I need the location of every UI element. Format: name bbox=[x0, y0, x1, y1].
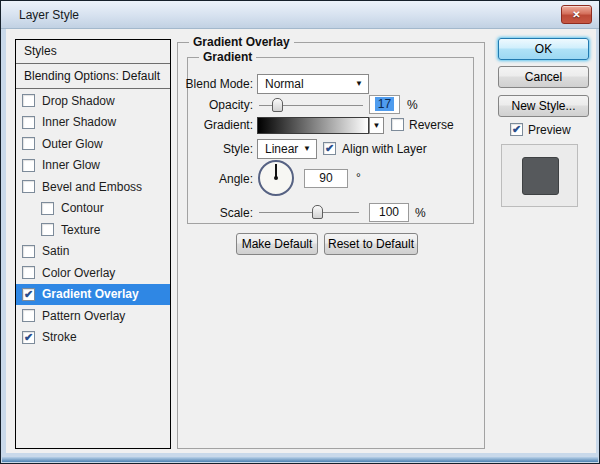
sidebar-item-texture[interactable]: Texture bbox=[16, 219, 170, 241]
sidebar-item-inner-glow[interactable]: Inner Glow bbox=[16, 155, 170, 177]
sidebar-item-bevel-and-emboss[interactable]: Bevel and Emboss bbox=[16, 176, 170, 198]
scale-input[interactable]: 100 bbox=[369, 203, 409, 222]
angle-dial[interactable] bbox=[258, 160, 294, 196]
sidebar-item-label: Inner Shadow bbox=[42, 115, 116, 129]
preview-swatch bbox=[501, 144, 578, 207]
gradient-label: Gradient: bbox=[181, 115, 253, 135]
blend-mode-label: Blend Mode: bbox=[181, 74, 253, 94]
gradient-picker-button[interactable]: ▼ bbox=[369, 117, 384, 134]
chevron-down-icon: ▼ bbox=[373, 121, 381, 130]
angle-label: Angle: bbox=[181, 169, 253, 189]
scale-unit: % bbox=[415, 205, 426, 221]
sidebar-item-label: Gradient Overlay bbox=[42, 287, 139, 301]
sidebar-item-label: Color Overlay bbox=[42, 266, 115, 280]
sidebar-item-stroke[interactable]: ✔Stroke bbox=[16, 327, 170, 349]
layer-style-dialog: Layer Style ✕ Styles Blending Options: D… bbox=[0, 0, 600, 464]
panel-legend: Gradient Overlay bbox=[189, 35, 294, 49]
preview-swatch-layer bbox=[522, 157, 559, 195]
angle-input[interactable]: 90 bbox=[304, 169, 348, 188]
angle-value: 90 bbox=[319, 171, 332, 185]
make-default-button[interactable]: Make Default bbox=[236, 233, 318, 255]
checkbox-icon[interactable] bbox=[41, 202, 54, 215]
sidebar-item-satin[interactable]: Satin bbox=[16, 241, 170, 263]
scale-slider-thumb[interactable] bbox=[312, 205, 323, 219]
preview-checkbox[interactable]: ✔ bbox=[510, 123, 523, 136]
style-dropdown[interactable]: Linear ▼ bbox=[257, 139, 317, 159]
sidebar-item-label: Stroke bbox=[42, 330, 77, 344]
blend-mode-value: Normal bbox=[265, 77, 304, 91]
angle-unit: ° bbox=[356, 170, 361, 186]
dialog-body: Styles Blending Options: Default Drop Sh… bbox=[6, 29, 596, 453]
window-title: Layer Style bbox=[19, 8, 79, 22]
check-icon: ✔ bbox=[512, 123, 521, 135]
scale-slider[interactable] bbox=[259, 212, 359, 213]
reverse-checkbox[interactable] bbox=[391, 118, 404, 131]
checkbox-icon[interactable] bbox=[22, 159, 35, 172]
gradient-swatch[interactable] bbox=[257, 117, 369, 134]
sidebar-item-blending-options[interactable]: Blending Options: Default bbox=[16, 64, 170, 89]
checkbox-icon[interactable] bbox=[22, 309, 35, 322]
scale-value: 100 bbox=[379, 205, 399, 219]
titlebar[interactable]: Layer Style ✕ bbox=[1, 1, 599, 29]
sidebar-item-contour[interactable]: Contour bbox=[16, 198, 170, 220]
blend-mode-dropdown[interactable]: Normal ▼ bbox=[257, 74, 369, 94]
styles-list: Styles Blending Options: Default Drop Sh… bbox=[15, 39, 171, 449]
sidebar-item-gradient-overlay[interactable]: ✔Gradient Overlay bbox=[16, 284, 170, 306]
opacity-slider[interactable] bbox=[259, 105, 363, 106]
sidebar-item-label: Drop Shadow bbox=[42, 94, 115, 108]
sidebar-item-label: Pattern Overlay bbox=[42, 309, 125, 323]
sidebar-items: Drop ShadowInner ShadowOuter GlowInner G… bbox=[16, 90, 170, 348]
sidebar-item-label: Contour bbox=[61, 201, 104, 215]
sidebar-item-label: Texture bbox=[61, 223, 100, 237]
opacity-value: 17 bbox=[375, 97, 394, 111]
close-icon: ✕ bbox=[572, 9, 580, 20]
opacity-unit: % bbox=[407, 97, 418, 113]
sidebar-item-drop-shadow[interactable]: Drop Shadow bbox=[16, 90, 170, 112]
style-label: Style: bbox=[181, 139, 253, 159]
sidebar-item-label: Inner Glow bbox=[42, 158, 100, 172]
ok-button[interactable]: OK bbox=[498, 38, 589, 60]
checkbox-icon[interactable] bbox=[22, 137, 35, 150]
chevron-down-icon: ▼ bbox=[355, 75, 363, 93]
sidebar-header-styles[interactable]: Styles bbox=[16, 40, 170, 64]
opacity-label: Opacity: bbox=[181, 95, 253, 115]
chevron-down-icon: ▼ bbox=[303, 140, 311, 158]
sidebar-item-color-overlay[interactable]: Color Overlay bbox=[16, 262, 170, 284]
align-with-layer-label: Align with Layer bbox=[342, 140, 427, 158]
checkbox-icon[interactable] bbox=[22, 94, 35, 107]
close-button[interactable]: ✕ bbox=[561, 5, 592, 24]
opacity-input[interactable]: 17 bbox=[369, 95, 400, 114]
checkbox-icon[interactable] bbox=[22, 245, 35, 258]
new-style-button[interactable]: New Style... bbox=[498, 95, 589, 117]
align-with-layer-checkbox[interactable]: ✔ bbox=[323, 142, 336, 155]
checkbox-icon[interactable] bbox=[22, 266, 35, 279]
style-value: Linear bbox=[265, 142, 298, 156]
reverse-label: Reverse bbox=[409, 116, 454, 134]
checkbox-icon[interactable]: ✔ bbox=[22, 331, 35, 344]
checkbox-icon[interactable] bbox=[22, 116, 35, 129]
preview-label: Preview bbox=[528, 121, 571, 139]
scale-label: Scale: bbox=[181, 203, 253, 223]
sidebar-item-pattern-overlay[interactable]: Pattern Overlay bbox=[16, 305, 170, 327]
sidebar-item-label: Outer Glow bbox=[42, 137, 103, 151]
sidebar-item-label: Bevel and Emboss bbox=[42, 180, 142, 194]
checkbox-icon[interactable] bbox=[41, 223, 54, 236]
sidebar-item-inner-shadow[interactable]: Inner Shadow bbox=[16, 112, 170, 134]
group-legend: Gradient bbox=[199, 50, 256, 64]
checkbox-icon[interactable] bbox=[22, 180, 35, 193]
checkbox-icon[interactable]: ✔ bbox=[22, 288, 35, 301]
sidebar-item-label: Satin bbox=[42, 244, 69, 258]
angle-center-dot bbox=[274, 176, 278, 180]
reset-to-default-button[interactable]: Reset to Default bbox=[324, 233, 418, 255]
sidebar-item-outer-glow[interactable]: Outer Glow bbox=[16, 133, 170, 155]
opacity-slider-thumb[interactable] bbox=[272, 98, 283, 112]
check-icon: ✔ bbox=[325, 142, 334, 154]
cancel-button[interactable]: Cancel bbox=[498, 66, 589, 88]
